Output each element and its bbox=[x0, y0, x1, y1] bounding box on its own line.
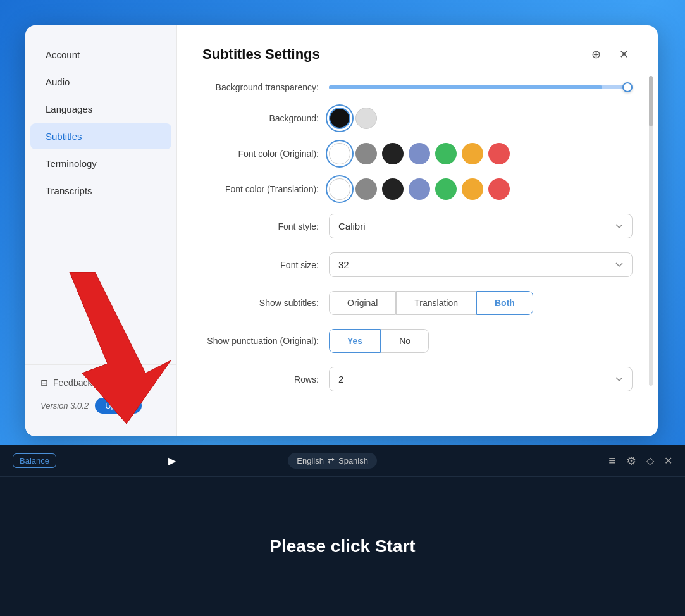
sidebar-item-transcripts[interactable]: Transcripts bbox=[30, 178, 171, 204]
bg-transparency-control bbox=[329, 81, 633, 94]
font-trans-blue-gray[interactable] bbox=[409, 178, 430, 200]
bg-color-black[interactable] bbox=[329, 108, 350, 129]
font-size-row: Font size: 16 24 32 40 48 bbox=[202, 252, 633, 277]
rows-dropdown[interactable]: 1 2 3 4 bbox=[329, 367, 633, 391]
font-trans-red[interactable] bbox=[488, 178, 510, 200]
background-label: Background: bbox=[202, 113, 329, 123]
font-style-control: Calibri Arial Times New Roman Verdana bbox=[329, 214, 633, 238]
feedback-item[interactable]: ⊟ Feedback bbox=[40, 373, 161, 393]
font-orig-red[interactable] bbox=[488, 143, 510, 164]
balance-badge[interactable]: Balance bbox=[13, 453, 56, 468]
scroll-indicator bbox=[649, 76, 653, 386]
swap-icon[interactable]: ⇄ bbox=[328, 456, 335, 465]
punct-btn-yes[interactable]: Yes bbox=[329, 329, 381, 353]
sidebar-item-languages[interactable]: Languages bbox=[30, 96, 171, 122]
show-subtitles-label: Show subtitles: bbox=[202, 298, 329, 308]
font-trans-gray[interactable] bbox=[355, 178, 377, 200]
version-text: Version 3.0.2 bbox=[40, 401, 89, 410]
show-subtitles-group: Original Translation Both bbox=[329, 291, 533, 315]
font-style-label: Font style: bbox=[202, 221, 329, 231]
font-color-translation-row: Font color (Translation): bbox=[202, 178, 633, 200]
font-trans-white[interactable] bbox=[329, 178, 350, 200]
player-bar: Balance ▶ English ⇄ Spanish ≡ ⚙ ◇ ✕ Plea… bbox=[0, 445, 685, 616]
sidebar-item-subtitles[interactable]: Subtitles bbox=[30, 123, 171, 149]
player-main-text: Please click Start bbox=[269, 536, 415, 557]
update-button[interactable]: Update bbox=[95, 398, 142, 414]
language-group: English ⇄ Spanish bbox=[288, 453, 377, 469]
font-orig-orange[interactable] bbox=[462, 143, 483, 164]
punct-btn-no[interactable]: No bbox=[381, 329, 429, 353]
bg-transparency-row: Background transparency: bbox=[202, 81, 633, 94]
background-row: Background: bbox=[202, 108, 633, 129]
scroll-thumb[interactable] bbox=[649, 76, 653, 126]
font-trans-black[interactable] bbox=[382, 178, 404, 200]
play-button[interactable]: ▶ bbox=[168, 455, 176, 467]
font-trans-orange[interactable] bbox=[462, 178, 483, 200]
font-style-dropdown[interactable]: Calibri Arial Times New Roman Verdana bbox=[329, 214, 633, 238]
bg-transparency-label: Background transparency: bbox=[202, 82, 329, 92]
dialog-title: Subtitles Settings bbox=[202, 46, 320, 63]
subtitles-settings-dialog: Account Audio Languages Subtitles Termin… bbox=[25, 25, 658, 436]
player-close-icon[interactable]: ✕ bbox=[664, 455, 672, 467]
rows-control: 1 2 3 4 bbox=[329, 367, 633, 391]
player-content: Please click Start bbox=[0, 477, 685, 616]
pin-icon[interactable]: ◇ bbox=[646, 455, 654, 467]
close-icon[interactable]: ✕ bbox=[615, 46, 633, 63]
font-color-translation-control bbox=[329, 178, 633, 200]
show-subtitles-row: Show subtitles: Original Translation Bot… bbox=[202, 291, 633, 315]
font-color-original-label: Font color (Original): bbox=[202, 149, 329, 159]
transparency-slider-track bbox=[329, 85, 633, 89]
transparency-slider-fill bbox=[329, 85, 602, 89]
feedback-icon: ⊟ bbox=[40, 378, 48, 388]
show-punctuation-control: Yes No bbox=[329, 329, 633, 353]
sidebar: Account Audio Languages Subtitles Termin… bbox=[25, 25, 177, 436]
sidebar-item-audio[interactable]: Audio bbox=[30, 69, 171, 95]
transparency-slider-thumb[interactable] bbox=[622, 82, 633, 92]
bg-color-light[interactable] bbox=[355, 108, 377, 129]
font-trans-green[interactable] bbox=[435, 178, 457, 200]
dialog-icons: ⊕ ✕ bbox=[587, 46, 633, 63]
font-orig-black[interactable] bbox=[382, 143, 404, 164]
player-controls: Balance ▶ English ⇄ Spanish ≡ ⚙ ◇ ✕ bbox=[0, 445, 685, 477]
sidebar-item-terminology[interactable]: Terminology bbox=[30, 151, 171, 176]
dialog-header: Subtitles Settings ⊕ ✕ bbox=[202, 46, 633, 63]
subtitle-btn-original[interactable]: Original bbox=[329, 291, 396, 315]
font-orig-white[interactable] bbox=[329, 143, 350, 164]
font-color-original-control bbox=[329, 143, 633, 164]
font-style-row: Font style: Calibri Arial Times New Roma… bbox=[202, 214, 633, 238]
lang-to: Spanish bbox=[338, 456, 368, 465]
font-orig-blue-gray[interactable] bbox=[409, 143, 430, 164]
show-punctuation-row: Show punctuation (Original): Yes No bbox=[202, 329, 633, 353]
font-orig-gray[interactable] bbox=[355, 143, 377, 164]
font-color-translation-label: Font color (Translation): bbox=[202, 184, 329, 194]
globe-icon[interactable]: ⊕ bbox=[587, 46, 605, 63]
background-control bbox=[329, 108, 633, 129]
player-right-icons: ≡ ⚙ ◇ ✕ bbox=[608, 453, 672, 468]
main-content: Subtitles Settings ⊕ ✕ Background transp… bbox=[177, 25, 658, 436]
font-orig-green[interactable] bbox=[435, 143, 457, 164]
sidebar-footer: ⊟ Feedback Version 3.0.2 Update bbox=[25, 364, 176, 421]
font-size-control: 16 24 32 40 48 bbox=[329, 252, 633, 277]
settings-icon[interactable]: ⚙ bbox=[626, 454, 636, 468]
version-row: Version 3.0.2 Update bbox=[40, 398, 161, 414]
feedback-label: Feedback bbox=[53, 378, 92, 388]
font-color-original-row: Font color (Original): bbox=[202, 143, 633, 164]
rows-row: Rows: 1 2 3 4 bbox=[202, 367, 633, 391]
show-punctuation-label: Show punctuation (Original): bbox=[202, 336, 329, 346]
sidebar-item-account[interactable]: Account bbox=[30, 42, 171, 68]
subtitle-btn-both[interactable]: Both bbox=[476, 291, 533, 315]
rows-label: Rows: bbox=[202, 374, 329, 385]
sidebar-nav: Account Audio Languages Subtitles Termin… bbox=[25, 40, 176, 359]
show-subtitles-control: Original Translation Both bbox=[329, 291, 633, 315]
list-icon[interactable]: ≡ bbox=[608, 453, 616, 468]
punctuation-group: Yes No bbox=[329, 329, 429, 353]
lang-from: English bbox=[297, 456, 324, 465]
subtitle-btn-translation[interactable]: Translation bbox=[396, 291, 476, 315]
font-size-dropdown[interactable]: 16 24 32 40 48 bbox=[329, 252, 633, 277]
font-size-label: Font size: bbox=[202, 260, 329, 270]
